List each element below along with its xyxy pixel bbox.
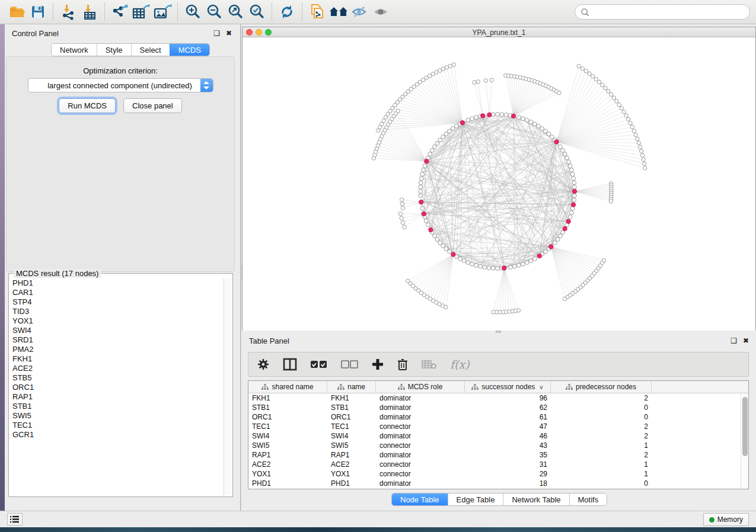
leaf-node[interactable] bbox=[640, 153, 644, 157]
zoom-in-button[interactable] bbox=[182, 2, 203, 21]
ring-node[interactable] bbox=[500, 113, 504, 117]
ring-node[interactable] bbox=[496, 267, 500, 271]
leaf-node[interactable] bbox=[615, 100, 618, 103]
ring-node[interactable] bbox=[438, 138, 442, 142]
ring-node[interactable] bbox=[487, 266, 491, 270]
ring-node[interactable] bbox=[572, 181, 576, 185]
show-all-button[interactable] bbox=[371, 2, 392, 21]
close-panel-button[interactable]: Close panel bbox=[123, 98, 182, 113]
leaf-node[interactable] bbox=[638, 145, 642, 149]
memory-button[interactable]: Memory bbox=[703, 513, 749, 526]
ring-node[interactable] bbox=[559, 234, 563, 238]
leaf-node[interactable] bbox=[473, 81, 476, 84]
result-node[interactable]: SWI4 bbox=[10, 326, 223, 335]
result-node[interactable]: ORC1 bbox=[10, 383, 223, 392]
leaf-node[interactable] bbox=[617, 103, 621, 107]
ring-node[interactable] bbox=[441, 244, 445, 248]
leaf-node[interactable] bbox=[643, 166, 647, 169]
result-node[interactable]: STP4 bbox=[10, 297, 223, 307]
table-row[interactable]: ACE2ACE2connector311 bbox=[248, 460, 748, 469]
close-panel-icon[interactable]: ✖ bbox=[743, 336, 749, 345]
ring-node[interactable] bbox=[444, 132, 448, 136]
ring-node[interactable] bbox=[521, 262, 525, 266]
result-node[interactable]: CAR1 bbox=[10, 288, 223, 297]
leaf-node[interactable] bbox=[441, 67, 445, 70]
import-network-button[interactable] bbox=[58, 2, 79, 21]
leaf-node[interactable] bbox=[604, 86, 607, 90]
leaf-node[interactable] bbox=[400, 198, 403, 201]
ring-node[interactable] bbox=[496, 113, 500, 117]
zoom-selected-button[interactable] bbox=[246, 2, 267, 21]
scrollbar-thumb[interactable] bbox=[742, 397, 748, 456]
ring-node[interactable] bbox=[521, 117, 525, 121]
open-file-button[interactable] bbox=[6, 2, 27, 21]
mcds-hub-node[interactable] bbox=[537, 254, 541, 258]
leaf-node[interactable] bbox=[406, 279, 409, 283]
mcds-hub-node[interactable] bbox=[480, 114, 484, 118]
leaf-node[interactable] bbox=[403, 225, 406, 229]
network-canvas[interactable] bbox=[243, 37, 755, 331]
ring-node[interactable] bbox=[572, 177, 576, 181]
ring-node[interactable] bbox=[419, 177, 423, 181]
ring-node[interactable] bbox=[529, 259, 533, 263]
ring-node[interactable] bbox=[433, 234, 437, 238]
result-node[interactable]: FKH1 bbox=[10, 354, 223, 364]
column-header-shared-name[interactable]: shared name bbox=[248, 381, 327, 393]
leaf-node[interactable] bbox=[588, 72, 591, 75]
leaf-node[interactable] bbox=[448, 64, 452, 68]
apply-layout-button[interactable] bbox=[276, 2, 298, 21]
leaf-node[interactable] bbox=[401, 221, 404, 225]
float-panel-icon[interactable]: ❑ bbox=[731, 336, 737, 345]
ring-node[interactable] bbox=[513, 264, 517, 268]
ring-node[interactable] bbox=[556, 238, 560, 242]
ring-node[interactable] bbox=[565, 156, 569, 160]
leaf-node[interactable] bbox=[400, 202, 404, 206]
tab-network[interactable]: Network bbox=[52, 44, 97, 56]
save-session-button[interactable] bbox=[27, 2, 49, 21]
ring-node[interactable] bbox=[448, 129, 452, 133]
ring-node[interactable] bbox=[423, 164, 427, 168]
ring-node[interactable] bbox=[504, 113, 508, 117]
neighbors-button[interactable] bbox=[328, 2, 349, 21]
ring-node[interactable] bbox=[570, 207, 575, 211]
mcds-hub-node[interactable] bbox=[566, 219, 570, 223]
mcds-hub-node[interactable] bbox=[554, 140, 559, 144]
ring-node[interactable] bbox=[544, 129, 548, 133]
ring-node[interactable] bbox=[547, 132, 551, 136]
leaf-node[interactable] bbox=[577, 64, 580, 68]
ring-node[interactable] bbox=[570, 211, 574, 215]
ring-node[interactable] bbox=[458, 257, 462, 261]
ring-node[interactable] bbox=[537, 124, 541, 129]
ring-node[interactable] bbox=[563, 152, 567, 156]
result-node[interactable]: PHD1 bbox=[10, 278, 223, 288]
ring-node[interactable] bbox=[435, 238, 439, 242]
leaf-node[interactable] bbox=[484, 79, 487, 82]
result-node[interactable]: ACE2 bbox=[10, 364, 223, 373]
ring-node[interactable] bbox=[426, 223, 430, 227]
ring-node[interactable] bbox=[441, 135, 445, 139]
ring-node[interactable] bbox=[448, 249, 452, 254]
leaf-node[interactable] bbox=[597, 80, 601, 84]
result-node[interactable]: SRD1 bbox=[10, 335, 223, 345]
leaf-node[interactable] bbox=[626, 117, 630, 121]
ring-node[interactable] bbox=[567, 160, 571, 164]
tab-mcds[interactable]: MCDS bbox=[170, 44, 209, 56]
ring-node[interactable] bbox=[466, 118, 470, 122]
mcds-hub-node[interactable] bbox=[572, 189, 576, 193]
mcds-hub-node[interactable] bbox=[563, 226, 567, 230]
ring-node[interactable] bbox=[470, 262, 474, 266]
leaf-node[interactable] bbox=[476, 80, 480, 84]
optimization-criterion-select[interactable]: largest connected component (undirected) bbox=[28, 78, 213, 92]
column-header-name[interactable]: name bbox=[327, 381, 376, 393]
run-mcds-button[interactable]: Run MCDS bbox=[59, 98, 116, 113]
mcds-hub-node[interactable] bbox=[549, 245, 553, 249]
ring-node[interactable] bbox=[474, 264, 479, 268]
ring-node[interactable] bbox=[572, 198, 576, 202]
tab-node-table[interactable]: Node Table bbox=[392, 493, 448, 505]
ring-node[interactable] bbox=[438, 241, 442, 245]
ring-node[interactable] bbox=[444, 247, 448, 251]
ring-node[interactable] bbox=[540, 127, 544, 131]
ring-node[interactable] bbox=[570, 172, 575, 177]
mcds-hub-node[interactable] bbox=[502, 266, 506, 270]
leaf-node[interactable] bbox=[490, 78, 493, 82]
